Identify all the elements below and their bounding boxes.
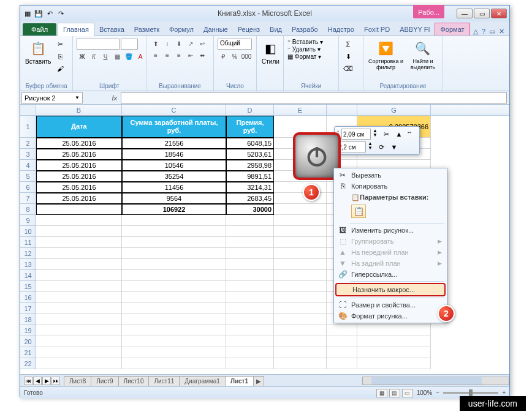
align-center-icon[interactable]: ≡ bbox=[162, 50, 173, 60]
cell[interactable]: 11456 bbox=[122, 182, 226, 193]
cell[interactable] bbox=[36, 347, 122, 358]
cell[interactable]: 3214,31 bbox=[226, 182, 274, 193]
cell[interactable] bbox=[226, 270, 274, 281]
row-header[interactable]: 17 bbox=[20, 303, 36, 314]
ctx-cut[interactable]: ✂Вырезать bbox=[334, 170, 447, 181]
tab-layout[interactable]: Разметк bbox=[129, 23, 164, 36]
cell[interactable] bbox=[122, 303, 226, 314]
col-header-c[interactable]: C bbox=[122, 105, 226, 115]
cell[interactable] bbox=[36, 248, 122, 259]
cell[interactable]: 10546 bbox=[122, 160, 226, 171]
ctx-format-picture[interactable]: 🎨Формат рисунка... bbox=[334, 310, 447, 321]
tab-addins[interactable]: Надстро bbox=[323, 23, 359, 36]
ctx-hyperlink[interactable]: 🔗Гиперссылка... bbox=[334, 269, 447, 280]
cell[interactable] bbox=[36, 325, 122, 336]
styles-button[interactable]: ◧ Стили bbox=[260, 39, 281, 66]
currency-icon[interactable]: ₽ bbox=[218, 51, 229, 61]
rotate-icon[interactable]: ⟳ bbox=[376, 141, 387, 152]
cells-insert-button[interactable]: ⁺ Вставить ▾ bbox=[287, 39, 323, 45]
sheet-scroll-right[interactable]: ▶ bbox=[253, 376, 264, 386]
font-name-dropdown[interactable] bbox=[77, 39, 120, 50]
zoom-slider[interactable] bbox=[443, 392, 498, 394]
cell[interactable] bbox=[274, 226, 327, 237]
cell[interactable] bbox=[226, 292, 274, 303]
ctx-size-props[interactable]: ⛶Размер и свойства... bbox=[334, 299, 447, 310]
comma-icon[interactable]: 000 bbox=[241, 51, 252, 61]
sheet-tab[interactable]: Диаграмма1 bbox=[179, 376, 226, 386]
cell[interactable] bbox=[122, 237, 226, 248]
tab-insert[interactable]: Вставка bbox=[94, 23, 129, 36]
align-top-icon[interactable]: ⬆ bbox=[150, 39, 161, 48]
cell[interactable] bbox=[274, 347, 327, 358]
sheet-tab[interactable]: Лист11 bbox=[148, 376, 180, 386]
cell[interactable] bbox=[226, 237, 274, 248]
ctx-assign-macro[interactable]: Назначить макрос... bbox=[335, 283, 446, 296]
cell[interactable] bbox=[274, 215, 327, 226]
cell[interactable] bbox=[274, 314, 327, 325]
cell[interactable]: 25.05.2016 bbox=[36, 138, 122, 149]
ctx-copy[interactable]: ⎘Копировать bbox=[334, 181, 447, 192]
formula-input[interactable] bbox=[121, 92, 507, 103]
cell[interactable]: 9564 bbox=[122, 193, 226, 204]
undo-icon[interactable]: ↶ bbox=[45, 9, 55, 18]
cell[interactable] bbox=[274, 325, 327, 336]
cell[interactable] bbox=[36, 336, 122, 347]
cell[interactable] bbox=[36, 204, 122, 215]
align-bottom-icon[interactable]: ⬇ bbox=[173, 39, 184, 48]
cell[interactable] bbox=[226, 314, 274, 325]
number-format-dropdown[interactable]: Общий bbox=[218, 39, 252, 50]
close-workbook-icon[interactable]: ✕ bbox=[499, 28, 504, 36]
col-header-b[interactable]: B bbox=[36, 105, 122, 115]
cell[interactable] bbox=[357, 336, 431, 347]
border-icon[interactable]: ▦ bbox=[112, 51, 123, 61]
save-icon[interactable]: 💾 bbox=[34, 9, 44, 18]
shape-height-input[interactable] bbox=[341, 129, 371, 140]
cell[interactable] bbox=[327, 347, 357, 358]
cell[interactable] bbox=[226, 248, 274, 259]
autosum-icon[interactable]: Σ bbox=[343, 39, 354, 50]
cell[interactable] bbox=[357, 347, 431, 358]
header-date[interactable]: Дата bbox=[36, 116, 122, 138]
bold-icon[interactable]: Ж bbox=[77, 51, 88, 61]
tab-data[interactable]: Данные bbox=[199, 23, 233, 36]
sort-filter-button[interactable]: 🔽 Сортировка и фильтр bbox=[367, 39, 405, 72]
orientation-icon[interactable]: ↗ bbox=[185, 39, 196, 48]
cell[interactable]: 35254 bbox=[122, 171, 226, 182]
cell[interactable] bbox=[274, 303, 327, 314]
sheet-tab[interactable]: Лист8 bbox=[64, 376, 91, 386]
cell[interactable] bbox=[274, 259, 327, 270]
cells-delete-button[interactable]: ⁻ Удалить ▾ bbox=[287, 46, 321, 53]
row-header[interactable]: 20 bbox=[20, 336, 36, 347]
cell[interactable] bbox=[357, 325, 431, 336]
horizontal-scrollbar[interactable] bbox=[362, 377, 509, 385]
tab-format[interactable]: Формат bbox=[435, 23, 469, 36]
cell[interactable]: 25.05.2016 bbox=[36, 171, 122, 182]
cell[interactable] bbox=[36, 292, 122, 303]
redo-icon[interactable]: ↷ bbox=[56, 9, 66, 18]
tab-file[interactable]: Файл bbox=[23, 23, 56, 36]
col-header-e[interactable]: E bbox=[274, 105, 327, 115]
row-header[interactable]: 19 bbox=[20, 325, 36, 336]
header-bonus[interactable]: Премия, руб. bbox=[226, 116, 274, 138]
cell[interactable] bbox=[122, 336, 226, 347]
tab-foxit[interactable]: Foxit PD bbox=[359, 23, 395, 36]
font-size-dropdown[interactable] bbox=[121, 39, 138, 50]
tab-nav-prev-icon[interactable]: ◀ bbox=[33, 377, 42, 385]
view-layout-icon[interactable]: ▤ bbox=[389, 389, 400, 397]
row-header[interactable]: 13 bbox=[20, 259, 36, 270]
row-header[interactable]: 5 bbox=[20, 171, 36, 182]
restore-workbook-icon[interactable]: ▭ bbox=[489, 28, 495, 36]
cell[interactable]: 25.05.2016 bbox=[36, 193, 122, 204]
cell[interactable]: 25.05.2016 bbox=[36, 182, 122, 193]
row-header[interactable]: 12 bbox=[20, 248, 36, 259]
cell[interactable]: 106922 bbox=[122, 204, 226, 215]
tab-formulas[interactable]: Формул bbox=[164, 23, 199, 36]
cell[interactable] bbox=[122, 347, 226, 358]
row-header[interactable]: 8 bbox=[20, 204, 36, 215]
cell[interactable] bbox=[274, 237, 327, 248]
cell[interactable]: 30000 bbox=[226, 204, 274, 215]
row-header[interactable]: 2 bbox=[20, 138, 36, 149]
cell[interactable]: 21556 bbox=[122, 138, 226, 149]
cell[interactable] bbox=[274, 270, 327, 281]
fill-color-icon[interactable]: 🪣 bbox=[123, 51, 134, 61]
